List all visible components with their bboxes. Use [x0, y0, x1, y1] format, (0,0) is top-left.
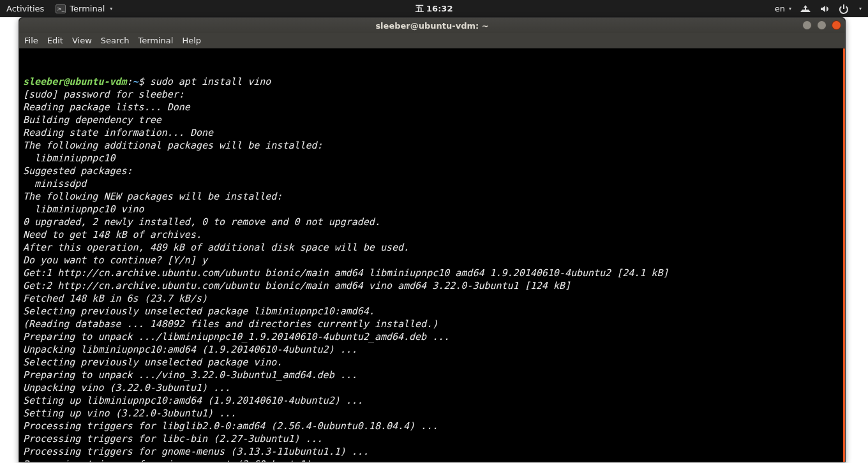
window-minimize-button[interactable]	[802, 20, 812, 30]
terminal-line: libminiupnpc10	[23, 152, 841, 165]
terminal-line: 0 upgraded, 2 newly installed, 0 to remo…	[23, 216, 841, 228]
chevron-down-icon: ▾	[789, 6, 791, 11]
window-titlebar[interactable]: sleeber@ubuntu-vdm: ~	[19, 18, 845, 33]
terminal-line: Processing triggers for libglib2.0-0:amd…	[23, 420, 841, 432]
terminal-line: Selecting previously unselected package …	[23, 305, 841, 318]
terminal-line: Selecting previously unselected package …	[23, 356, 841, 369]
clock[interactable]: 五 16:32	[415, 0, 453, 17]
app-menu[interactable]: >_ Terminal ▾	[56, 4, 112, 13]
terminal-line: Unpacking vino (3.22.0-3ubuntu1) ...	[23, 381, 841, 394]
prompt-path: ~	[133, 76, 138, 87]
terminal-line: Fetched 148 kB in 6s (23.7 kB/s)	[23, 292, 841, 305]
window-title: sleeber@ubuntu-vdm: ~	[375, 21, 488, 31]
typed-command: sudo apt install vino	[150, 76, 271, 87]
terminal-window: sleeber@ubuntu-vdm: ~ File Edit View Sea…	[19, 17, 846, 462]
terminal-line: Suggested packages:	[23, 165, 841, 177]
volume-icon[interactable]	[819, 4, 830, 14]
power-icon[interactable]	[839, 4, 849, 14]
terminal-line: Reading state information... Done	[23, 126, 841, 139]
activities-button[interactable]: Activities	[6, 4, 44, 13]
terminal-line: sleeber@ubuntu-vdm:~$ sudo apt install v…	[23, 75, 841, 88]
terminal-line: Processing triggers for libc-bin (2.27-3…	[23, 432, 841, 445]
terminal-line: Processing triggers for gnome-menus (3.1…	[23, 445, 841, 458]
terminal-menubar: File Edit View Search Terminal Help	[19, 33, 845, 48]
terminal-line: Get:2 http://cn.archive.ubuntu.com/ubunt…	[23, 279, 841, 292]
network-icon[interactable]	[800, 4, 811, 14]
terminal-line: Setting up vino (3.22.0-3ubuntu1) ...	[23, 407, 841, 420]
input-source-menu[interactable]: en ▾	[775, 4, 791, 13]
terminal-line: Reading package lists... Done	[23, 101, 841, 114]
app-menu-label: Terminal	[70, 4, 105, 13]
terminal-line: Building dependency tree	[23, 114, 841, 126]
terminal-line: Processing triggers for mime-support (3.…	[23, 458, 841, 462]
terminal-line: [sudo] password for sleeber:	[23, 88, 841, 101]
terminal-line: Preparing to unpack .../libminiupnpc10_1…	[23, 330, 841, 343]
terminal-app-icon: >_	[56, 4, 66, 13]
menu-file[interactable]: File	[24, 36, 38, 45]
prompt-sigil: $	[138, 76, 150, 87]
menu-view[interactable]: View	[72, 36, 92, 45]
terminal-line: After this operation, 489 kB of addition…	[23, 241, 841, 254]
terminal-line: Unpacking libminiupnpc10:amd64 (1.9.2014…	[23, 343, 841, 356]
window-maximize-button[interactable]	[817, 20, 827, 30]
prompt-userhost: sleeber@ubuntu-vdm	[23, 76, 127, 87]
menu-edit[interactable]: Edit	[47, 36, 63, 45]
terminal-line: Get:1 http://cn.archive.ubuntu.com/ubunt…	[23, 267, 841, 279]
terminal-line: The following NEW packages will be insta…	[23, 190, 841, 203]
input-source-label: en	[775, 4, 785, 13]
prompt-colon: :	[127, 76, 133, 87]
terminal-line: Need to get 148 kB of archives.	[23, 228, 841, 241]
terminal-line: Setting up libminiupnpc10:amd64 (1.9.201…	[23, 394, 841, 407]
terminal-line: minissdpd	[23, 177, 841, 190]
terminal-line: The following additional packages will b…	[23, 139, 841, 152]
chevron-down-icon: ▾	[859, 6, 862, 11]
window-close-button[interactable]	[832, 20, 841, 30]
chevron-down-icon: ▾	[110, 6, 112, 11]
menu-search[interactable]: Search	[101, 36, 130, 45]
terminal-line: Do you want to continue? [Y/n] y	[23, 254, 841, 267]
menu-help[interactable]: Help	[182, 36, 201, 45]
gnome-top-bar: Activities >_ Terminal ▾ 五 16:32 en ▾ ▾	[0, 0, 868, 17]
terminal-line: Preparing to unpack .../vino_3.22.0-3ubu…	[23, 369, 841, 381]
terminal-line: (Reading database ... 148092 files and d…	[23, 318, 841, 330]
menu-terminal[interactable]: Terminal	[138, 36, 173, 45]
terminal-line: libminiupnpc10 vino	[23, 203, 841, 216]
scrollbar[interactable]	[843, 48, 845, 462]
terminal-viewport[interactable]: sleeber@ubuntu-vdm:~$ sudo apt install v…	[19, 48, 845, 462]
